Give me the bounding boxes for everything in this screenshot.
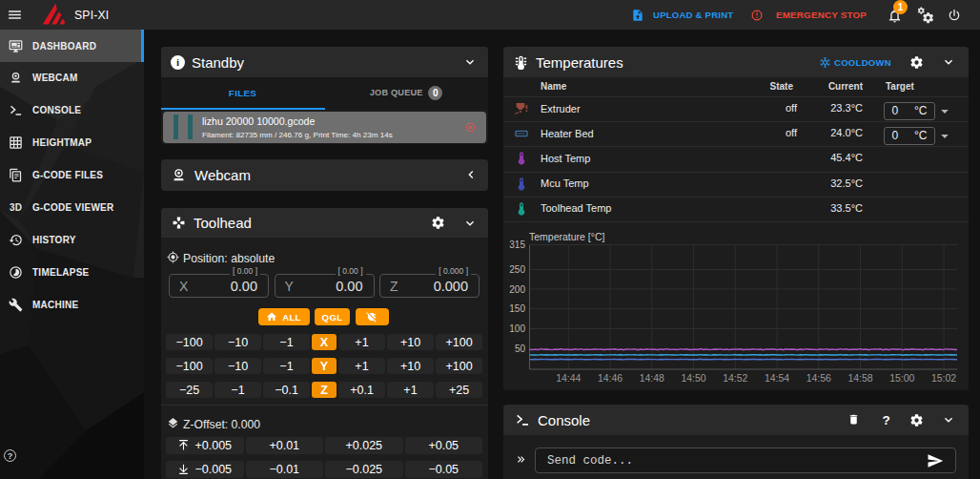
svg-text:100: 100 <box>509 323 525 334</box>
svg-text:315: 315 <box>509 240 525 250</box>
svg-text:250: 250 <box>509 264 525 275</box>
svg-text:14:48: 14:48 <box>640 372 664 384</box>
svg-text:150: 150 <box>509 303 525 314</box>
svg-text:14:50: 14:50 <box>681 372 705 384</box>
svg-text:14:56: 14:56 <box>806 372 831 384</box>
svg-text:200: 200 <box>509 284 525 295</box>
svg-text:Temperature [°C]: Temperature [°C] <box>529 231 605 242</box>
svg-text:50: 50 <box>515 344 526 354</box>
svg-text:15:02: 15:02 <box>931 372 956 384</box>
svg-text:14:46: 14:46 <box>598 372 623 384</box>
svg-text:14:54: 14:54 <box>765 372 789 384</box>
svg-text:14:44: 14:44 <box>556 372 581 384</box>
svg-text:15:00: 15:00 <box>889 372 914 384</box>
svg-text:14:52: 14:52 <box>723 372 747 384</box>
svg-text:14:58: 14:58 <box>847 372 872 384</box>
